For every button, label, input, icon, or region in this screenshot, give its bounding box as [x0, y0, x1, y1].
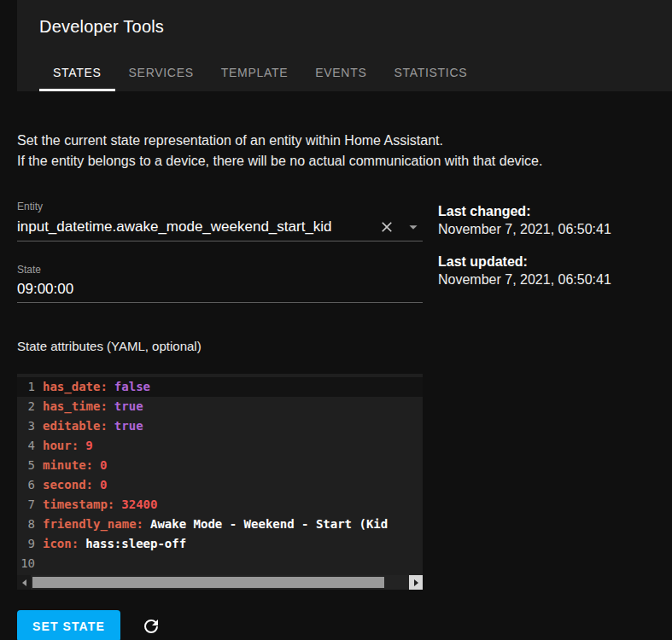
last-updated-label: Last updated: [438, 254, 611, 270]
yaml-value: true [114, 399, 143, 413]
line-number: 10 [17, 554, 43, 573]
attributes-label: State attributes (YAML, optional) [17, 339, 652, 353]
intro-line-2: If the entity belongs to a device, there… [17, 154, 542, 168]
yaml-value: 0 [100, 458, 107, 472]
yaml-value: false [114, 380, 150, 393]
chevron-down-icon [404, 218, 423, 236]
yaml-editor[interactable]: 1 has_date:false 2 has_time:true 3 edita… [17, 374, 423, 590]
code-line: has_time:true [43, 397, 423, 416]
meta-column: Last changed: November 7, 2021, 06:50:41… [423, 201, 611, 325]
yaml-key: has_date: [43, 380, 108, 393]
yaml-key: minute: [43, 458, 93, 472]
fields-column: Entity input_datetime.awake_mode_weekend… [17, 201, 423, 325]
last-changed-value: November 7, 2021, 06:50:41 [438, 222, 611, 237]
state-field: State 09:00:00 [17, 264, 423, 303]
scroll-right-button[interactable] [409, 575, 423, 590]
tab-services[interactable]: SERVICES [115, 54, 207, 91]
yaml-key: hour: [43, 439, 79, 452]
scroll-left-button[interactable] [17, 575, 31, 590]
code-line: timestamp:32400 [43, 495, 423, 515]
last-updated-value: November 7, 2021, 06:50:41 [438, 272, 611, 288]
line-number: 5 [17, 456, 43, 475]
editor-line[interactable]: 6 second:0 [17, 475, 423, 495]
editor-line[interactable]: 8 friendly_name:Awake Mode - Weekend - S… [17, 515, 423, 534]
states-panel: Set the current state representation of … [0, 91, 672, 640]
set-state-button[interactable]: SET STATE [17, 610, 120, 640]
editor-line[interactable]: 1 has_date:false [17, 377, 423, 397]
page-title: Developer Tools [17, 0, 672, 54]
tab-template[interactable]: TEMPLATE [207, 54, 301, 91]
yaml-key: icon: [43, 537, 79, 550]
entity-value[interactable]: input_datetime.awake_mode_weekend_start_… [17, 218, 370, 236]
editor-line[interactable]: 3 editable:true [17, 416, 423, 436]
yaml-value: true [114, 419, 143, 433]
refresh-button[interactable] [141, 616, 161, 637]
yaml-key: has_time: [43, 399, 108, 413]
entity-dropdown-toggle[interactable] [404, 218, 423, 236]
line-number: 4 [17, 436, 43, 456]
state-value[interactable]: 09:00:00 [17, 281, 423, 298]
code-line [43, 554, 423, 573]
editor-horizontal-scrollbar[interactable] [17, 575, 423, 590]
yaml-value: hass:sleep-off [85, 537, 186, 550]
yaml-value: 9 [85, 439, 92, 452]
yaml-key: friendly_name: [43, 517, 143, 531]
state-input[interactable]: 09:00:00 [17, 281, 423, 303]
editor-line[interactable]: 10 [17, 554, 423, 573]
editor-line[interactable]: 2 has_time:true [17, 397, 423, 416]
yaml-value: 32400 [121, 497, 157, 511]
refresh-icon [141, 616, 161, 637]
code-line: minute:0 [43, 456, 423, 475]
clear-entity-button[interactable] [378, 218, 395, 236]
code-line: icon:hass:sleep-off [43, 534, 423, 554]
tab-statistics[interactable]: STATISTICS [380, 54, 481, 91]
line-number: 1 [17, 377, 43, 397]
line-number: 6 [17, 475, 43, 495]
state-label: State [17, 264, 423, 276]
line-number: 9 [17, 534, 43, 554]
intro-text: Set the current state representation of … [17, 131, 652, 172]
yaml-key: timestamp: [43, 497, 114, 511]
developer-tools-page: Developer Tools STATES SERVICES TEMPLATE… [0, 0, 672, 640]
close-icon [378, 218, 395, 236]
line-number: 3 [17, 416, 43, 436]
line-number: 8 [17, 515, 43, 534]
code-line: has_date:false [43, 377, 423, 397]
code-line: second:0 [43, 475, 423, 495]
editor-line[interactable]: 9 icon:hass:sleep-off [17, 534, 423, 554]
code-line: friendly_name:Awake Mode - Weekend - Sta… [43, 515, 423, 534]
tab-states[interactable]: STATES [39, 54, 115, 91]
yaml-value: Awake Mode - Weekend - Start (Kid [150, 517, 388, 531]
fields-row: Entity input_datetime.awake_mode_weekend… [17, 201, 652, 325]
scroll-right-arrow-icon [414, 579, 418, 586]
tab-bar: STATES SERVICES TEMPLATE EVENTS STATISTI… [17, 54, 672, 91]
intro-line-1: Set the current state representation of … [17, 133, 443, 148]
line-number: 2 [17, 397, 43, 416]
code-line: hour:9 [43, 436, 423, 456]
tab-events[interactable]: EVENTS [301, 54, 380, 91]
line-number: 7 [17, 495, 43, 515]
editor-line[interactable]: 7 timestamp:32400 [17, 495, 423, 515]
yaml-value: 0 [100, 478, 107, 492]
scroll-thumb[interactable] [32, 577, 384, 588]
actions-row: SET STATE [17, 610, 652, 640]
yaml-key: editable: [43, 419, 108, 433]
entity-label: Entity [17, 201, 423, 212]
editor-line[interactable]: 5 minute:0 [17, 456, 423, 475]
code-line: editable:true [43, 416, 423, 436]
entity-field: Entity input_datetime.awake_mode_weekend… [17, 201, 423, 241]
last-changed-label: Last changed: [438, 204, 611, 219]
app-header: Developer Tools STATES SERVICES TEMPLATE… [17, 0, 672, 91]
scroll-track[interactable] [31, 575, 409, 590]
editor-line[interactable]: 4 hour:9 [17, 436, 423, 456]
scroll-left-arrow-icon [22, 579, 26, 586]
yaml-key: second: [43, 478, 93, 492]
entity-input[interactable]: input_datetime.awake_mode_weekend_start_… [17, 218, 423, 241]
